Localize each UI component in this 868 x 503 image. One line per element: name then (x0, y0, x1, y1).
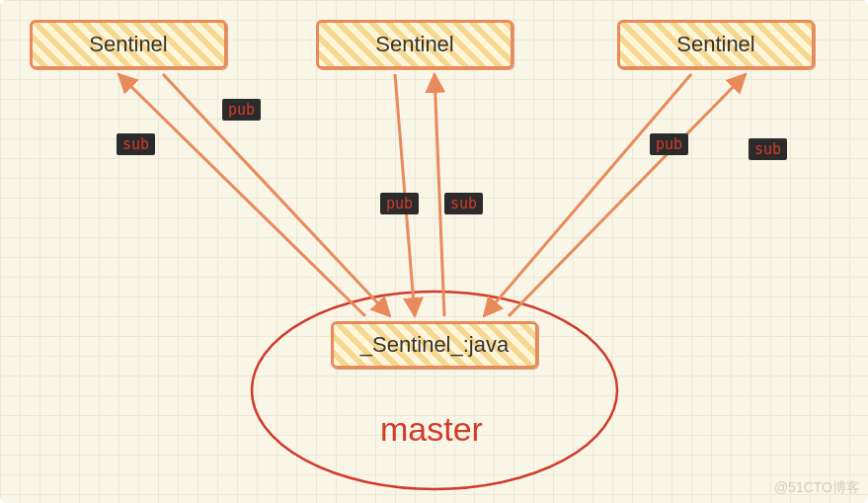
channel-box: _Sentinel_:java (331, 321, 538, 369)
arrow-s3-pub (484, 74, 691, 316)
tag-s2-pub: pub (380, 193, 419, 214)
sentinel-label: Sentinel (89, 34, 168, 55)
tag-s1-pub: pub (222, 99, 261, 121)
diagram-canvas: Sentinel Sentinel Sentinel _Sentinel_:ja… (0, 0, 868, 503)
arrow-s2-sub (434, 74, 444, 316)
tag-s3-pub: pub (650, 133, 688, 155)
arrow-s3-sub (509, 74, 746, 316)
watermark: @51CTO博客 (774, 479, 860, 497)
sentinel-label: Sentinel (375, 34, 454, 55)
sentinel-box-2: Sentinel (316, 20, 513, 69)
channel-label: _Sentinel_:java (360, 334, 509, 356)
sentinel-box-3: Sentinel (617, 20, 815, 69)
arrow-s1-pub (163, 74, 390, 316)
master-label: master (380, 410, 483, 449)
sentinel-box-1: Sentinel (30, 20, 227, 69)
tag-s2-sub: sub (444, 193, 483, 214)
tag-s3-sub: sub (749, 138, 787, 160)
tag-s1-sub: sub (117, 133, 155, 155)
sentinel-label: Sentinel (676, 34, 755, 55)
